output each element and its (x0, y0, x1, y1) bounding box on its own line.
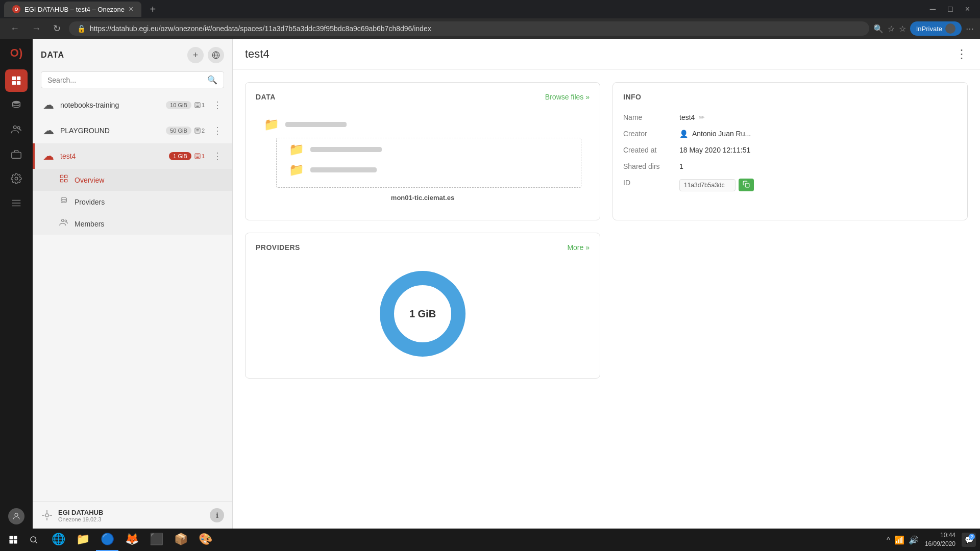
name-value: test4 ✏ (679, 109, 957, 126)
info-row-id: ID (623, 174, 957, 195)
data-card: DATA Browse files » 📁 📁 📁 (245, 82, 600, 220)
space-menu-notebooks[interactable]: ⋮ (211, 97, 224, 113)
notification-badge: 2 (969, 534, 975, 540)
file-row-2: 📁 (289, 142, 577, 157)
new-tab-button[interactable]: + (145, 4, 160, 15)
volume-icon[interactable]: 🔊 (909, 535, 919, 545)
globe-button[interactable] (208, 47, 224, 63)
taskbar-clock: 10:44 16/09/2020 (925, 531, 955, 548)
subitem-overview[interactable]: Overview (33, 169, 232, 191)
browse-files-link[interactable]: Browse files » (545, 93, 590, 101)
svg-rect-0 (12, 77, 16, 80)
id-input[interactable] (679, 179, 736, 191)
taskbar-edge-icon[interactable]: 🌐 (47, 529, 69, 551)
info-button[interactable]: ℹ (210, 508, 224, 522)
browser-tab-active[interactable]: O EGI DATAHUB – test4 – Onezone × (4, 2, 141, 17)
svg-rect-2 (12, 81, 16, 85)
space-list: ☁ notebooks-training 10 GiB 1 ⋮ ☁ PLAYGR… (33, 92, 232, 502)
back-button[interactable]: ← (6, 21, 23, 36)
search-bar[interactable]: 🔍 (41, 71, 224, 88)
footer-text: EGI DATAHUB Onezone 19.02.3 (58, 509, 205, 522)
notification-center-button[interactable]: 💬 2 (962, 533, 976, 547)
id-value (679, 174, 957, 195)
nav-list-icon[interactable] (5, 192, 28, 214)
svg-rect-3 (17, 81, 20, 85)
taskbar-right: ^ 📶 🔊 10:44 16/09/2020 💬 2 (887, 531, 976, 548)
size-badge-playground: 50 GiB (166, 127, 191, 135)
main-menu-button[interactable]: ⋮ (955, 47, 968, 61)
forward-button[interactable]: → (28, 21, 45, 36)
nav-users-icon[interactable] (5, 118, 28, 141)
svg-point-22 (62, 219, 64, 222)
search-web-button[interactable]: 🔍 (873, 24, 884, 34)
sidebar: DATA + 🔍 ☁ notebooks-training 10 GiB (33, 39, 233, 529)
taskbar-explorer-icon[interactable]: 📁 (71, 529, 94, 551)
maximize-button[interactable]: □ (942, 3, 959, 16)
svg-point-25 (46, 514, 48, 516)
collections-button[interactable]: ☆ (899, 24, 906, 34)
space-menu-test4[interactable]: ⋮ (211, 148, 224, 164)
url-text: https://datahub.egi.eu/ozw/onezone/i#/on… (90, 24, 431, 33)
tab-close-button[interactable]: × (129, 5, 133, 14)
space-item-playground[interactable]: ☁ PLAYGROUND 50 GiB 2 ⋮ (33, 118, 232, 143)
taskbar-browser-icon[interactable]: 🔵 (96, 529, 118, 551)
provider-badge-test4: 1 (194, 153, 205, 159)
space-name-playground: PLAYGROUND (60, 127, 160, 135)
taskbar-date-display: 16/09/2020 (925, 540, 955, 548)
chevron-up-icon[interactable]: ^ (887, 536, 890, 544)
provider-badge-notebooks: 1 (194, 102, 205, 108)
space-item-notebooks[interactable]: ☁ notebooks-training 10 GiB 1 ⋮ (33, 92, 232, 118)
add-space-button[interactable]: + (187, 47, 204, 63)
refresh-button[interactable]: ↻ (49, 21, 65, 36)
close-button[interactable]: × (959, 3, 976, 16)
space-item-test4[interactable]: ☁ test4 1 GiB 1 ⋮ (33, 143, 232, 169)
browser-more-button[interactable]: ⋯ (966, 24, 974, 34)
user-icon: 👤 (679, 130, 688, 138)
providers-icon (59, 196, 68, 208)
edit-name-icon[interactable]: ✏ (699, 113, 705, 121)
donut-chart: 1 GiB (377, 268, 469, 360)
minimize-button[interactable]: ─ (924, 3, 942, 16)
space-menu-playground[interactable]: ⋮ (211, 123, 224, 138)
lock-icon: 🔒 (77, 24, 86, 33)
subitem-list: Overview Providers Members (33, 169, 232, 235)
copy-id-button[interactable] (739, 179, 754, 191)
space-badge-notebooks: 10 GiB 1 (166, 101, 205, 109)
address-bar[interactable]: 🔒 https://datahub.egi.eu/ozw/onezone/i#/… (69, 21, 869, 36)
created-value: 18 May 2020 12:11:51 (679, 142, 957, 158)
start-button[interactable] (4, 531, 22, 549)
taskbar-3d-icon[interactable]: 📦 (169, 529, 192, 551)
folder-icon-2: 📁 (289, 142, 304, 157)
main-body: DATA Browse files » 📁 📁 📁 (233, 70, 980, 529)
subitem-providers[interactable]: Providers (33, 191, 232, 213)
app-wrapper: O) DATA + (0, 39, 980, 529)
nav-database-icon[interactable] (5, 94, 28, 116)
svg-point-21 (61, 197, 67, 200)
svg-point-12 (15, 513, 18, 516)
org-version: Onezone 19.02.3 (58, 516, 205, 522)
nav-data-icon[interactable] (5, 69, 28, 92)
favorites-button[interactable]: ☆ (888, 24, 895, 34)
inprivate-button[interactable]: InPrivate (910, 21, 962, 36)
nav-briefcase-icon[interactable] (5, 143, 28, 165)
provider-label: mon01-tic.ciemat.es (264, 194, 581, 202)
nav-settings-icon[interactable] (5, 167, 28, 190)
id-label: ID (623, 174, 679, 195)
taskbar-firefox-icon[interactable]: 🦊 (120, 529, 143, 551)
data-section-title: DATA (256, 93, 276, 101)
network-icon[interactable]: 📶 (894, 535, 904, 545)
taskbar-system-icons: ^ 📶 🔊 (887, 535, 919, 545)
inprivate-label: InPrivate (916, 25, 942, 33)
sidebar-header-actions: + (187, 47, 224, 63)
taskbar-paint-icon[interactable]: 🎨 (194, 529, 216, 551)
search-input[interactable] (47, 76, 203, 84)
taskbar-powershell-icon[interactable]: ⬛ (145, 529, 167, 551)
browser-toolbar: ← → ↻ 🔒 https://datahub.egi.eu/ozw/onezo… (0, 18, 980, 39)
info-row-shared: Shared dirs 1 (623, 158, 957, 174)
providers-more-link[interactable]: More » (567, 243, 590, 252)
user-avatar[interactable] (8, 508, 24, 524)
taskbar-search-button[interactable] (24, 531, 43, 549)
space-name-test4: test4 (60, 152, 163, 160)
svg-rect-19 (60, 180, 63, 182)
subitem-members[interactable]: Members (33, 213, 232, 235)
